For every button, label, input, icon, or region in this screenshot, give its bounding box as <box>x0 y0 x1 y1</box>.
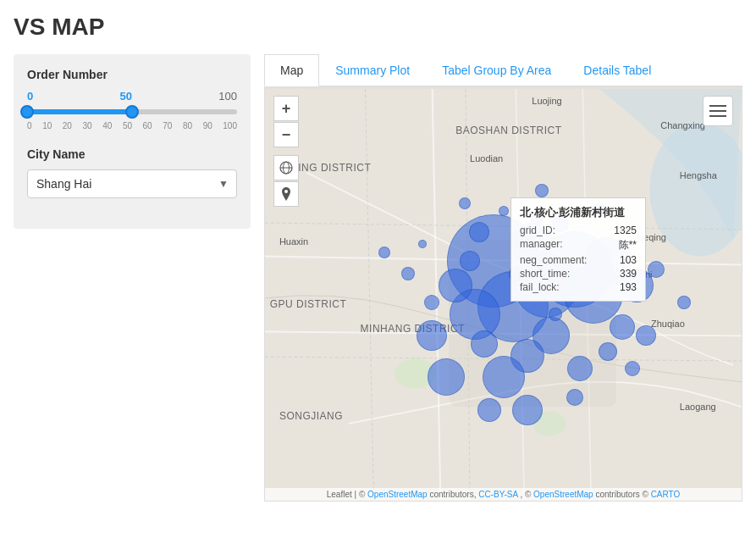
map-tooltip: 北·核心·彭浦新村街道 grid_ID: 1325 manager: 陈** n… <box>510 197 646 302</box>
slider-thumb-right[interactable] <box>125 105 139 119</box>
tab-summary-plot[interactable]: Summary Plot <box>319 54 426 86</box>
right-panel: Map Summary Plot Tabel Group By Area Det… <box>264 54 742 502</box>
slider-left-value: 0 <box>27 90 33 103</box>
order-number-label: Order Number <box>27 68 237 81</box>
osm-link-2[interactable]: OpenStreetMap <box>533 490 593 499</box>
city-name-label: City Name <box>27 147 237 161</box>
map-background <box>265 87 742 501</box>
layers-icon <box>709 104 726 118</box>
left-panel: Order Number 0 50 100 0 10 <box>14 54 251 229</box>
tooltip-row-neg-comment: neg_comment: 103 <box>520 253 637 267</box>
slider-right-value: 50 <box>120 90 132 103</box>
tooltip-row-fail-lock: fail_lock: 193 <box>520 280 637 294</box>
city-select[interactable]: Shang Hai Beijing Guangzhou Shenzhen <box>27 169 237 198</box>
tab-details-tabel[interactable]: Details Tabel <box>567 54 667 86</box>
layers-button[interactable] <box>703 96 733 126</box>
tooltip-row-grid-id: grid_ID: 1325 <box>520 224 637 237</box>
cc-by-sa-link[interactable]: CC-BY-SA <box>478 490 517 499</box>
tab-map[interactable]: Map <box>264 54 319 86</box>
pin-button[interactable] <box>273 181 299 207</box>
globe-button[interactable] <box>273 155 299 180</box>
svg-point-7 <box>395 358 436 389</box>
city-select-wrapper: Shang Hai Beijing Guangzhou Shenzhen ▼ <box>27 169 237 198</box>
slider-thumb-left[interactable] <box>20 105 34 119</box>
map-attribution: Leaflet | © OpenStreetMap contributors, … <box>265 488 742 501</box>
map-controls: + − <box>273 96 299 207</box>
tabs-bar: Map Summary Plot Tabel Group By Area Det… <box>264 54 742 86</box>
map-container[interactable]: Luojing BAOSHAN DISTRICT Changxing Luodi… <box>264 86 742 502</box>
slider-max-value: 100 <box>218 90 237 103</box>
svg-point-13 <box>284 190 288 193</box>
slider-ticks: 0 10 20 30 40 50 60 70 80 90 100 <box>27 121 237 130</box>
globe-icon <box>279 161 293 175</box>
slider-fill <box>27 109 132 114</box>
osm-link-1[interactable]: OpenStreetMap <box>367 490 428 499</box>
slider-track[interactable] <box>27 109 237 114</box>
zoom-in-button[interactable]: + <box>273 96 299 121</box>
pin-icon <box>280 187 292 201</box>
range-slider-container: 0 50 100 0 10 20 30 40 <box>27 90 237 130</box>
tab-tabel-group[interactable]: Tabel Group By Area <box>426 54 567 86</box>
tooltip-row-short-time: short_time: 339 <box>520 267 637 280</box>
page-title: VS MAP <box>14 14 742 41</box>
tooltip-title: 北·核心·彭浦新村街道 <box>520 205 637 220</box>
zoom-out-button[interactable]: − <box>273 122 299 147</box>
svg-point-8 <box>533 411 566 436</box>
carto-link[interactable]: CARTO <box>651 490 681 499</box>
order-number-section: Order Number 0 50 100 0 10 <box>27 68 237 130</box>
tooltip-row-manager: manager: 陈** <box>520 237 637 253</box>
city-name-section: City Name Shang Hai Beijing Guangzhou Sh… <box>27 147 237 198</box>
